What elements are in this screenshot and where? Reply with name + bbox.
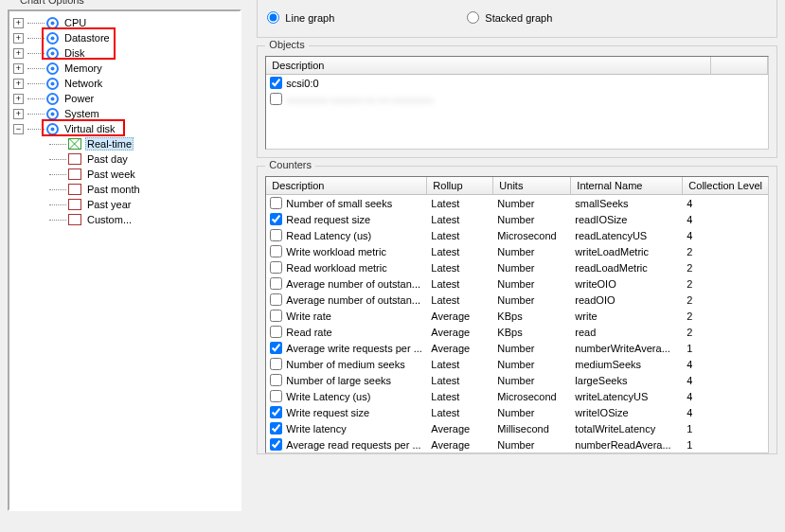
counters-row[interactable]: Number of small seeksLatestNumbersmallSe… [266, 195, 768, 211]
tree-expander-icon[interactable]: + [13, 109, 24, 119]
counter-checkbox[interactable] [270, 406, 282, 418]
tree-category-item[interactable]: +Power [11, 91, 238, 106]
objects-row-checkbox[interactable] [270, 77, 282, 89]
counter-checkbox[interactable] [270, 197, 282, 209]
counter-internal-name: write [575, 310, 687, 322]
counter-checkbox[interactable] [270, 390, 282, 402]
tree-child-item[interactable]: Past month [11, 182, 238, 197]
counter-checkbox[interactable] [270, 422, 282, 434]
svg-point-5 [51, 51, 55, 55]
calendar-icon [68, 168, 81, 180]
tree-category-item[interactable]: +Network [11, 76, 238, 91]
tree-expander-icon[interactable]: + [13, 48, 24, 59]
counters-header-internal[interactable]: Internal Name [571, 177, 683, 194]
tree-expander-icon[interactable]: + [13, 33, 24, 44]
counters-header-description[interactable]: Description [266, 177, 427, 194]
tree-category-item[interactable]: −Virtual disk [11, 121, 238, 136]
counters-row[interactable]: Write request sizeLatestNumberwriteIOSiz… [266, 404, 768, 420]
counter-collection-level: 4 [687, 214, 743, 225]
tree-child-item[interactable]: Custom... [11, 212, 238, 227]
chart-options-tree[interactable]: +CPU+Datastore+Disk+Memory+Network+Power… [8, 9, 241, 511]
tree-category-item[interactable]: +Disk [11, 45, 238, 61]
tree-item-label: Network [62, 78, 104, 89]
counter-units: Number [497, 278, 575, 290]
counter-checkbox[interactable] [270, 213, 282, 225]
counter-description: Write workload metric [286, 246, 386, 257]
objects-row[interactable]: scsi0:0 [266, 75, 768, 91]
tree-category-item[interactable]: +Memory [11, 61, 238, 76]
tree-expander-icon[interactable]: + [13, 63, 24, 74]
radio-stacked-graph[interactable]: Stacked graph [467, 11, 552, 24]
objects-row-checkbox[interactable] [270, 93, 282, 105]
radio-line-graph[interactable]: Line graph [267, 11, 334, 24]
counter-checkbox[interactable] [270, 438, 282, 451]
target-icon [46, 123, 59, 135]
target-icon [46, 47, 59, 60]
objects-row[interactable]: ———— ——— — — ———— [266, 91, 768, 107]
tree-category-item[interactable]: +System [11, 106, 238, 121]
counters-row[interactable]: Write latencyAverageMillisecondtotalWrit… [266, 420, 768, 436]
tree-expander-icon[interactable]: − [13, 124, 24, 134]
counters-row[interactable]: Number of large seeksLatestNumberlargeSe… [266, 372, 768, 388]
counter-checkbox[interactable] [270, 229, 282, 241]
counter-internal-name: writeIOSize [575, 407, 687, 418]
counter-internal-name: readLatencyUS [575, 230, 687, 241]
objects-table[interactable]: Description scsi0:0———— ——— — — ———— [265, 56, 769, 150]
counter-description: Read rate [286, 327, 331, 338]
objects-header-description[interactable]: Description [266, 57, 711, 74]
counters-row[interactable]: Write Latency (us)LatestMicrosecondwrite… [266, 388, 768, 404]
counter-checkbox[interactable] [270, 245, 282, 257]
counter-description: Read workload metric [286, 262, 386, 274]
counter-checkbox[interactable] [270, 261, 282, 274]
counter-checkbox[interactable] [270, 326, 282, 338]
counter-checkbox[interactable] [270, 358, 282, 370]
calendar-icon [68, 153, 81, 165]
counter-rollup: Average [431, 327, 497, 338]
counters-row[interactable]: Average read requests per ...AverageNumb… [266, 436, 768, 452]
counter-internal-name: smallSeeks [575, 198, 687, 209]
counters-row[interactable]: Average number of outstan...LatestNumber… [266, 292, 768, 308]
counters-row[interactable]: Read Latency (us)LatestMicrosecondreadLa… [266, 227, 768, 243]
counter-rollup: Latest [431, 294, 497, 306]
counter-collection-level: 2 [687, 278, 743, 290]
counters-row[interactable]: Read request sizeLatestNumberreadIOSize4 [266, 211, 768, 227]
objects-group: Objects Description scsi0:0———— ——— — — … [257, 45, 777, 158]
counter-collection-level: 4 [687, 375, 743, 386]
counters-row[interactable]: Average write requests per ...AverageNum… [266, 340, 768, 356]
calendar-icon [68, 199, 81, 210]
counter-checkbox[interactable] [270, 374, 282, 386]
counters-header-rollup[interactable]: Rollup [427, 177, 493, 194]
counters-row[interactable]: Average number of outstan...LatestNumber… [266, 275, 768, 292]
tree-item-label: Past year [85, 199, 133, 210]
realtime-icon [68, 138, 81, 150]
counters-row[interactable]: Number of medium seeksLatestNumbermedium… [266, 356, 768, 372]
radio-line-input[interactable] [267, 11, 279, 24]
tree-expander-icon[interactable]: + [13, 94, 24, 104]
counter-checkbox[interactable] [270, 342, 282, 354]
chart-options-title: Chart Options [17, 0, 87, 6]
tree-child-item[interactable]: Past week [11, 167, 238, 182]
tree-expander-icon[interactable]: + [13, 79, 24, 89]
counters-row[interactable]: Read workload metricLatestNumberreadLoad… [266, 259, 768, 275]
counters-header-collection[interactable]: Collection Level [683, 177, 768, 194]
tree-child-item[interactable]: Past day [11, 151, 238, 167]
svg-point-13 [51, 112, 55, 115]
counter-checkbox[interactable] [270, 310, 282, 322]
tree-child-item[interactable]: Real-time [11, 136, 238, 151]
counter-checkbox[interactable] [270, 293, 282, 306]
counter-units: Number [497, 198, 575, 209]
counter-checkbox[interactable] [270, 277, 282, 290]
radio-stacked-input[interactable] [467, 11, 479, 24]
counters-row[interactable]: Write rateAverageKBpswrite2 [266, 308, 768, 324]
counter-internal-name: readLoadMetric [575, 262, 687, 274]
svg-point-11 [51, 97, 55, 100]
counter-rollup: Latest [431, 375, 497, 386]
tree-category-item[interactable]: +CPU [11, 15, 238, 30]
counters-table[interactable]: Description Rollup Units Internal Name C… [265, 176, 769, 453]
counters-row[interactable]: Write workload metricLatestNumberwriteLo… [266, 243, 768, 259]
tree-child-item[interactable]: Past year [11, 197, 238, 212]
tree-category-item[interactable]: +Datastore [11, 30, 238, 45]
counters-row[interactable]: Read rateAverageKBpsread2 [266, 324, 768, 340]
counters-header-units[interactable]: Units [493, 177, 571, 194]
tree-expander-icon[interactable]: + [13, 18, 24, 28]
